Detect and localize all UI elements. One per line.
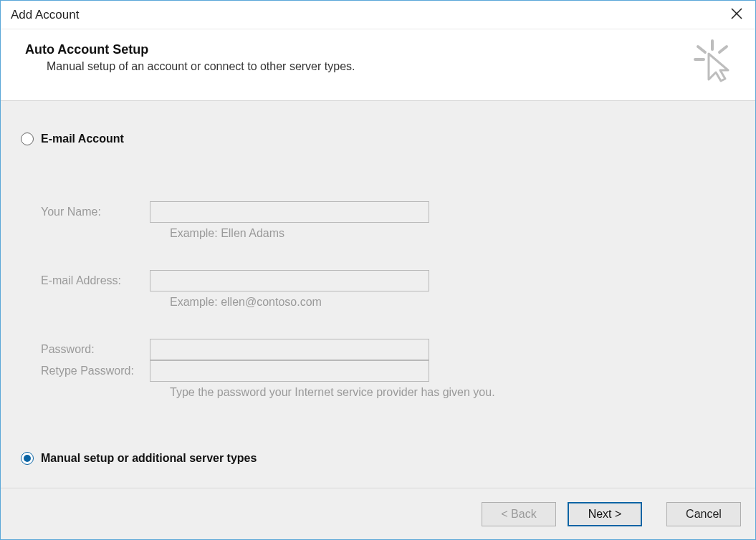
row-password: Password: (41, 339, 735, 360)
your-name-field (150, 201, 429, 223)
row-hint-email: Example: ellen@contoso.com (41, 296, 735, 309)
titlebar: Add Account (1, 1, 755, 29)
header-heading: Auto Account Setup (25, 42, 692, 57)
row-hint-name: Example: Ellen Adams (41, 227, 735, 240)
window-title: Add Account (11, 8, 725, 22)
back-button-label: < Back (501, 508, 536, 521)
close-button[interactable] (725, 4, 748, 26)
cancel-button[interactable]: Cancel (666, 502, 741, 526)
email-hint: Example: ellen@contoso.com (150, 296, 322, 309)
next-button-label: Next > (588, 508, 622, 521)
radio-manual-label: Manual setup or additional server types (41, 452, 257, 465)
close-icon (731, 8, 742, 21)
add-account-dialog: Add Account Auto Account Setup Manual se… (0, 0, 756, 540)
row-hint-password: Type the password your Internet service … (41, 386, 735, 399)
radio-manual-setup[interactable]: Manual setup or additional server types (21, 452, 257, 465)
radio-email-account[interactable]: E-mail Account (21, 132, 735, 145)
retype-password-field (150, 360, 429, 382)
header-panel: Auto Account Setup Manual setup of an ac… (1, 29, 755, 101)
radio-dot-icon (24, 455, 31, 462)
your-name-hint: Example: Ellen Adams (150, 227, 284, 240)
svg-line-4 (719, 47, 727, 52)
row-email: E-mail Address: (41, 270, 735, 291)
row-retype-password: Retype Password: (41, 360, 735, 382)
next-button[interactable]: Next > (568, 502, 642, 526)
wizard-cursor-icon (692, 39, 732, 85)
radio-email-label: E-mail Account (41, 132, 124, 145)
radio-icon (21, 132, 34, 145)
row-your-name: Your Name: (41, 201, 735, 223)
svg-line-3 (698, 47, 705, 52)
header-subheading: Manual setup of an account or connect to… (25, 60, 692, 73)
radio-icon-selected (21, 452, 34, 465)
password-label: Password: (41, 343, 150, 356)
header-text-group: Auto Account Setup Manual setup of an ac… (25, 42, 692, 73)
password-hint: Type the password your Internet service … (150, 386, 495, 399)
email-form: Your Name: Example: Ellen Adams E-mail A… (41, 201, 735, 399)
password-field (150, 339, 429, 360)
retype-password-label: Retype Password: (41, 365, 150, 377)
cancel-button-label: Cancel (686, 508, 722, 521)
your-name-label: Your Name: (41, 206, 150, 218)
email-field (150, 270, 429, 291)
body-panel: E-mail Account Your Name: Example: Ellen… (1, 101, 755, 488)
email-label: E-mail Address: (41, 274, 150, 287)
footer-panel: < Back Next > Cancel (1, 488, 755, 539)
back-button: < Back (482, 502, 556, 526)
